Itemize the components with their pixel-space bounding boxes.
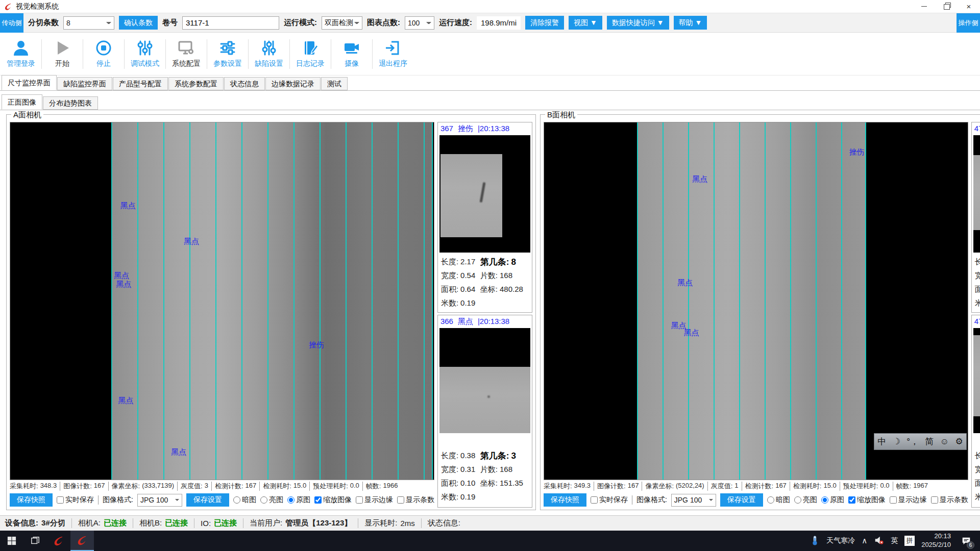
- taskbar-clock[interactable]: 20:13 2025/2/10: [921, 532, 951, 549]
- speed-label: 运行速度:: [439, 18, 472, 28]
- task-view-icon[interactable]: [23, 531, 47, 551]
- field-value: 0.38: [460, 451, 475, 460]
- chart-points-label: 图表点数:: [367, 18, 400, 28]
- tab-缺陷监控界面[interactable]: 缺陷监控界面: [57, 77, 112, 90]
- ribbon-defectset-button[interactable]: 缺陷设置: [250, 39, 288, 68]
- data-quick-access-button[interactable]: 数据快捷访问 ▼: [607, 16, 669, 30]
- ribbon-play-button[interactable]: 开始: [43, 39, 81, 68]
- ime-item[interactable]: ☽: [893, 436, 900, 447]
- ribbon-sysconf-button[interactable]: 系统配置: [167, 39, 205, 68]
- original-image-radio[interactable]: 原图: [287, 495, 310, 505]
- defect-field: 米数:0.19: [975, 298, 980, 308]
- stat-label: 图像计数:: [597, 482, 626, 491]
- realtime-save-checkbox[interactable]: 实时保存: [591, 495, 628, 505]
- tab-尺寸监控界面[interactable]: 尺寸监控界面: [2, 75, 57, 90]
- field-value: 3: [511, 451, 516, 461]
- stat-item: 图像计数:167: [60, 482, 105, 491]
- help-menu-button[interactable]: 帮助 ▼: [674, 16, 707, 30]
- ribbon-stop-button[interactable]: 停止: [85, 39, 122, 68]
- thumbnail-material: [439, 367, 530, 433]
- minimize-button[interactable]: [913, 0, 935, 13]
- chevron-down-icon: [106, 22, 111, 26]
- camera-a-stats: 采集耗时:348.3图像计数:167像素坐标:(333,7139)灰度值:3检测…: [10, 481, 434, 491]
- defect-thumbnail: [439, 328, 530, 433]
- save-settings-button[interactable]: 保存设置: [720, 493, 763, 507]
- app-logo-icon[interactable]: [47, 531, 70, 551]
- camera-b-defect-panel: 479黑点|20:13:38长度:0.38第几条:4宽度:0.35片数:168面…: [971, 122, 980, 508]
- tab-产品型号配置[interactable]: 产品型号配置: [113, 77, 168, 90]
- status-bar: 设备信息: 3#分切 相机A: 已连接 相机B: 已连接 IO: 已连接 当前用…: [0, 515, 980, 531]
- field-label: 长度:: [975, 257, 980, 266]
- ime-item[interactable]: 简: [925, 436, 934, 447]
- show-strips-checkbox[interactable]: 显示条数: [931, 495, 968, 505]
- volume-muted-icon[interactable]: [874, 535, 884, 547]
- original-image-radio[interactable]: 原图: [821, 495, 844, 505]
- operator-side-button[interactable]: 操作侧: [957, 13, 980, 33]
- taskbar: 天气寒冷 ∧ 英 拼 20:13 2025/2/10 6: [0, 531, 980, 551]
- zoom-image-checkbox[interactable]: 缩放图像: [314, 495, 352, 505]
- run-mode-select[interactable]: 双面检测: [322, 16, 362, 30]
- image-format-select[interactable]: JPG 100: [671, 494, 716, 507]
- tab-系统参数配置[interactable]: 系统参数配置: [168, 77, 224, 90]
- image-format-label: 图像格式:: [632, 495, 667, 505]
- tab-正面图像[interactable]: 正面图像: [2, 94, 42, 110]
- weather-text[interactable]: 天气寒冷: [826, 536, 855, 545]
- show-strips-checkbox[interactable]: 显示条数: [397, 495, 434, 505]
- ribbon-exit-button[interactable]: 退出程序: [374, 39, 412, 68]
- view-menu-button[interactable]: 视图 ▼: [569, 16, 602, 30]
- ime-language-bar: 中☽°，简☺⚙: [874, 433, 967, 450]
- drive-side-button[interactable]: 传动侧: [0, 13, 23, 33]
- start-icon[interactable]: [0, 531, 23, 551]
- bright-image-radio[interactable]: 亮图: [260, 495, 283, 505]
- tab-状态信息[interactable]: 状态信息: [224, 77, 265, 90]
- stat-label: 检测计数:: [745, 482, 774, 491]
- save-settings-button[interactable]: 保存设置: [186, 493, 229, 507]
- dark-image-radio[interactable]: 暗图: [233, 495, 256, 505]
- image-format-value: JPG 100: [140, 496, 168, 504]
- save-snapshot-button[interactable]: 保存快照: [10, 493, 53, 507]
- tab-边缘数据记录[interactable]: 边缘数据记录: [265, 77, 321, 90]
- stat-label: 检测耗时:: [793, 482, 822, 491]
- ime-mode-indicator[interactable]: 拼: [904, 536, 915, 546]
- clear-alarm-button[interactable]: 清除报警: [525, 16, 564, 30]
- restore-button[interactable]: [935, 0, 958, 13]
- clock-time: 20:13: [934, 532, 951, 540]
- ime-item[interactable]: °，: [906, 436, 919, 447]
- language-indicator[interactable]: 英: [891, 536, 898, 545]
- stat-item: 帧数:1967: [893, 482, 928, 491]
- ribbon-user-button[interactable]: 管理登录: [2, 39, 40, 68]
- image-format-label: 图像格式:: [98, 495, 133, 505]
- field-label: 长度:: [441, 451, 458, 460]
- roll-input[interactable]: [182, 16, 279, 30]
- app-logo-icon[interactable]: [70, 531, 94, 551]
- tab-测试[interactable]: 测试: [321, 77, 348, 90]
- ribbon-debug-button[interactable]: 调试模式: [126, 39, 164, 68]
- ribbon-params-button[interactable]: 参数设置: [209, 39, 247, 68]
- show-edge-checkbox[interactable]: 显示边缘: [890, 495, 927, 505]
- action-center-button[interactable]: 6: [958, 531, 975, 551]
- debug-icon: [136, 39, 154, 57]
- realtime-save-checkbox[interactable]: 实时保存: [57, 495, 94, 505]
- ribbon-camera-button[interactable]: 摄像: [333, 39, 371, 68]
- close-button[interactable]: ×: [958, 0, 980, 13]
- tab-分布趋势图表[interactable]: 分布趋势图表: [43, 96, 98, 110]
- thermometer-icon[interactable]: [810, 535, 820, 547]
- dark-image-radio[interactable]: 暗图: [767, 495, 790, 505]
- bright-image-radio[interactable]: 亮图: [794, 495, 817, 505]
- ime-item[interactable]: ⚙: [955, 436, 963, 447]
- zoom-image-checkbox[interactable]: 缩放图像: [848, 495, 886, 505]
- chart-points-select[interactable]: 100: [405, 16, 434, 30]
- image-format-select[interactable]: JPG 100: [137, 494, 182, 507]
- field-value: 151.35: [500, 479, 523, 487]
- confirm-count-button[interactable]: 确认条数: [119, 16, 158, 30]
- stat-item: 检测耗时:15.0: [259, 482, 306, 491]
- show-edge-checkbox[interactable]: 显示边缘: [356, 495, 393, 505]
- defect-field: 面积:0.12: [975, 479, 980, 488]
- save-snapshot-button[interactable]: 保存快照: [544, 493, 586, 507]
- log-icon: [302, 39, 319, 57]
- ime-item[interactable]: 中: [877, 436, 886, 447]
- ribbon-log-button[interactable]: 日志记录: [291, 39, 329, 68]
- ime-item[interactable]: ☺: [940, 437, 949, 447]
- slit-count-select[interactable]: 8: [63, 16, 114, 30]
- hidden-icons-chevron[interactable]: ∧: [862, 536, 867, 545]
